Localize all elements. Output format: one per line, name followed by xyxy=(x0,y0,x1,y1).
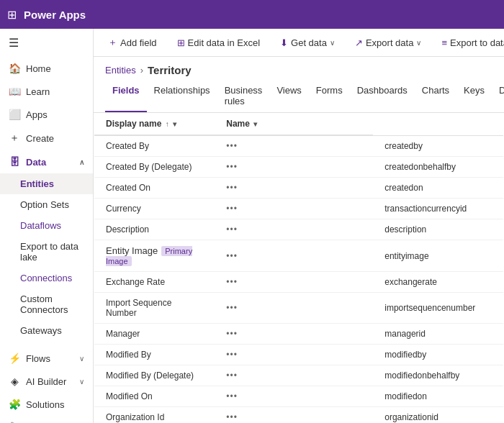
tab-forms[interactable]: Forms xyxy=(309,81,350,112)
get-data-button[interactable]: ⬇ Get data ∨ xyxy=(274,35,341,51)
sidebar-item-devtools[interactable]: 🔧 DevTools ∨ xyxy=(0,416,93,423)
table-row: Entity ImagePrimary Image•••entityimage xyxy=(94,240,503,272)
display-name-cell: Modified On xyxy=(94,386,215,407)
tab-views[interactable]: Views xyxy=(269,81,308,112)
sidebar-item-label: Home xyxy=(26,63,51,74)
sidebar-item-home[interactable]: 🏠 Home xyxy=(0,57,93,80)
dots-menu[interactable]: ••• xyxy=(215,135,373,157)
sidebar-sub-item-connections[interactable]: Connections xyxy=(0,268,93,288)
sidebar-sub-item-option-sets[interactable]: Option Sets xyxy=(0,194,93,215)
export-chevron-icon[interactable]: ∨ xyxy=(416,39,421,47)
fields-table: Display name ↑ ▾ Name ▾ Created By•••cre… xyxy=(94,113,504,423)
edit-excel-button[interactable]: ⊞ Edit data in Excel xyxy=(171,35,266,51)
hamburger-button[interactable]: ☰ xyxy=(0,29,93,57)
display-name-cell: Created By xyxy=(94,135,215,157)
apps-icon: ⬜ xyxy=(9,109,20,120)
sidebar-item-solutions[interactable]: 🧩 Solutions xyxy=(0,393,93,416)
tabs: Fields Relationships Business rules View… xyxy=(94,76,504,113)
tab-data[interactable]: Data xyxy=(492,81,504,112)
tab-relationships[interactable]: Relationships xyxy=(147,81,217,112)
filter-icon[interactable]: ▾ xyxy=(173,120,176,128)
dots-menu[interactable]: ••• xyxy=(215,178,373,199)
tab-keys[interactable]: Keys xyxy=(456,81,492,112)
dots-menu[interactable]: ••• xyxy=(215,272,373,293)
flows-icon: ⚡ xyxy=(9,352,20,364)
display-name-cell: Created On xyxy=(94,178,215,199)
name-cell: managerid xyxy=(373,324,503,345)
table-row: Created By•••createdby xyxy=(94,135,503,157)
sidebar-sub-item-dataflows[interactable]: Dataflows xyxy=(0,215,93,236)
sidebar-sub-label: Export to data lake xyxy=(20,241,84,263)
ai-icon: ◈ xyxy=(9,376,20,387)
solutions-icon: 🧩 xyxy=(9,399,20,410)
tab-charts[interactable]: Charts xyxy=(415,81,456,112)
display-name-cell: Manager xyxy=(94,324,215,345)
sidebar-sub-label: Option Sets xyxy=(20,199,69,210)
dots-menu[interactable]: ••• xyxy=(215,293,373,324)
sidebar-item-data[interactable]: 🗄 Data ∧ xyxy=(0,150,93,173)
display-name-cell: Organization Id xyxy=(94,407,215,424)
table-row: Created On•••createdon xyxy=(94,178,503,199)
display-name-cell: Entity ImagePrimary Image xyxy=(94,240,215,272)
name-cell: exchangerate xyxy=(373,272,503,293)
sidebar-item-apps[interactable]: ⬜ Apps xyxy=(0,103,93,126)
table-area: Display name ↑ ▾ Name ▾ Created By•••cre… xyxy=(94,113,504,423)
table-row: Modified On•••modifiedon xyxy=(94,386,503,407)
col-name[interactable]: Name ▾ xyxy=(215,113,373,135)
tab-dashboards[interactable]: Dashboards xyxy=(350,81,415,112)
grid-icon: ⊞ xyxy=(7,8,17,22)
table-row: Currency•••transactioncurrencyid xyxy=(94,199,503,219)
dots-menu[interactable]: ••• xyxy=(215,157,373,178)
sort-asc-icon: ↑ xyxy=(166,120,169,128)
sidebar-item-label: Create xyxy=(26,133,54,144)
dots-menu[interactable]: ••• xyxy=(215,345,373,365)
name-cell: organizationid xyxy=(373,407,503,424)
table-row: Organization Id•••organizationid xyxy=(94,407,503,424)
lake-icon: ≡ xyxy=(441,37,447,48)
name-cell: createdon xyxy=(373,178,503,199)
name-cell: modifiedon xyxy=(373,386,503,407)
table-row: Created By (Delegate)•••createdonbehalfb… xyxy=(94,157,503,178)
dots-menu[interactable]: ••• xyxy=(215,219,373,240)
sidebar-item-ai-builder[interactable]: ◈ AI Builder ∨ xyxy=(0,370,93,393)
name-cell: entityimage xyxy=(373,240,503,272)
export-data-button[interactable]: ↗ Export data ∨ xyxy=(349,35,428,51)
topbar: ⊞ Power Apps xyxy=(0,0,504,29)
breadcrumb-parent[interactable]: Entities xyxy=(105,65,136,76)
dots-menu[interactable]: ••• xyxy=(215,240,373,272)
excel-icon: ⊞ xyxy=(177,37,185,48)
display-name-cell: Description xyxy=(94,219,215,240)
data-chevron-icon: ∧ xyxy=(79,158,84,166)
sidebar-sub-item-gateways[interactable]: Gateways xyxy=(0,320,93,341)
tab-business-rules[interactable]: Business rules xyxy=(217,81,270,112)
name-cell: modifiedonbehalfby xyxy=(373,365,503,386)
sidebar-sub-item-entities[interactable]: Entities xyxy=(0,173,93,194)
name-cell: createdonbehalfby xyxy=(373,157,503,178)
flows-chevron-icon: ∨ xyxy=(79,355,84,363)
command-bar: ＋ Add field ⊞ Edit data in Excel ⬇ Get d… xyxy=(94,29,504,57)
dots-menu[interactable]: ••• xyxy=(215,365,373,386)
sidebar-item-learn[interactable]: 📖 Learn xyxy=(0,80,93,103)
table-row: Exchange Rate•••exchangerate xyxy=(94,272,503,293)
name-sort-icon[interactable]: ▾ xyxy=(253,120,257,128)
table-row: Manager•••managerid xyxy=(94,324,503,345)
home-icon: 🏠 xyxy=(9,63,20,74)
col-display-name[interactable]: Display name ↑ ▾ xyxy=(94,113,215,135)
sidebar-item-flows[interactable]: ⚡ Flows ∨ xyxy=(0,347,93,370)
sidebar-sub-item-export-lake[interactable]: Export to data lake xyxy=(0,236,93,268)
dots-menu[interactable]: ••• xyxy=(215,407,373,424)
name-cell: importsequencenumber xyxy=(373,293,503,324)
sidebar-item-create[interactable]: ＋ Create xyxy=(0,126,93,150)
export-lake-button[interactable]: ≡ Export to data lake ∨ xyxy=(436,35,504,51)
get-data-chevron-icon[interactable]: ∨ xyxy=(330,39,335,47)
dots-menu[interactable]: ••• xyxy=(215,199,373,219)
create-icon: ＋ xyxy=(9,132,20,145)
dots-menu[interactable]: ••• xyxy=(215,386,373,407)
sidebar-sub-item-custom-connectors[interactable]: Custom Connectors xyxy=(0,288,93,320)
display-name-cell: Created By (Delegate) xyxy=(94,157,215,178)
name-cell: createdby xyxy=(373,135,503,157)
export-icon: ↗ xyxy=(355,37,363,48)
tab-fields[interactable]: Fields xyxy=(105,81,147,112)
dots-menu[interactable]: ••• xyxy=(215,324,373,345)
add-field-button[interactable]: ＋ Add field xyxy=(102,33,163,52)
